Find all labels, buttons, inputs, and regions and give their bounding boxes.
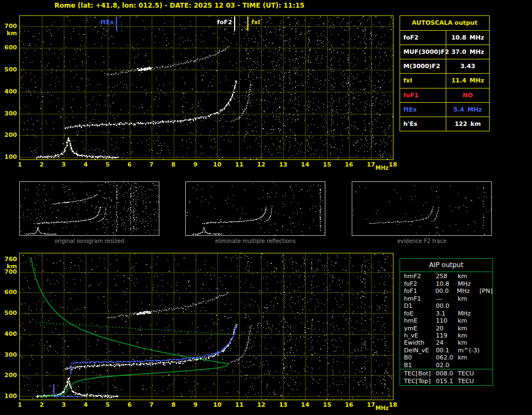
autoscala-value-number: 3.43 <box>460 63 475 70</box>
aip-param-value: 015.1 <box>436 378 458 385</box>
thumbnail-caption-cleaned: eliminate multiple reflections <box>185 238 325 244</box>
aip-param-unit: MHz <box>457 287 479 295</box>
aip-param-value: 00.1 <box>436 347 458 354</box>
aip-output-table: AIP output hmF2258kmfoF210.8MHzfoF100.0M… <box>400 258 493 386</box>
station-title: Rome (lat: +41.8, lon: 012.5) - DATE: 20… <box>54 2 304 9</box>
x-axis-label-2: 2 <box>36 402 47 408</box>
autoscala-row-muf-3000-f2: MUF(3000)F237.0MHz <box>400 45 489 59</box>
aip-param-unit: km <box>458 317 481 324</box>
y-axis-label-600: 600 <box>3 289 17 296</box>
thumbnail-f2-trace <box>352 181 492 236</box>
thumbnail-cleaned-canvas <box>186 182 325 235</box>
y-axis-label-700: 700 <box>3 269 17 275</box>
autoscala-value-unit: km <box>470 120 481 128</box>
autoscala-value-fof2: 10.8MHz <box>446 31 489 45</box>
autoscala-table-title: AUTOSCALA output <box>400 16 489 31</box>
y-axis-label-300: 300 <box>3 110 17 117</box>
y-axis-label-100: 100 <box>3 393 17 400</box>
autoscala-value-muf-3000-f2: 37.0MHz <box>446 45 489 59</box>
aip-param-name: B0 <box>404 354 436 361</box>
aip-param-name: foF2 <box>404 280 436 287</box>
y-axis-label-500: 500 <box>3 310 17 317</box>
aip-param-value: 02.0 <box>436 362 458 369</box>
x-axis-label-1: 1 <box>14 162 25 168</box>
aip-param-name: ymE <box>404 325 436 332</box>
aip-row-hmf1: hmF1---km <box>404 295 492 302</box>
y-axis-label-400: 400 <box>3 331 17 337</box>
autoscala-value-fof1: NO <box>446 88 489 102</box>
aip-row-ewidth: Ewidth24km <box>404 339 492 346</box>
autoscala-row-fxi: fxI11.4MHz <box>400 74 489 88</box>
autoscala-param-ftes: ftEs <box>400 103 446 117</box>
autoscala-row-fof1: foF1NO <box>400 88 489 103</box>
aip-param-value: 110 <box>436 317 458 324</box>
x-axis-label-12: 12 <box>256 162 267 168</box>
aip-param-name: DelN_vE <box>404 347 436 354</box>
x-axis-label-4: 4 <box>80 402 91 408</box>
aip-row-yme: ymE20km <box>404 324 492 331</box>
x-axis-label-15: 15 <box>322 162 332 168</box>
thumbnail-cleaned-ionogram <box>185 181 325 236</box>
x-axis-label-8: 8 <box>168 162 179 168</box>
x-axis-label-4: 4 <box>80 162 91 168</box>
x-axis-label-14: 14 <box>300 402 311 408</box>
autoscala-param-muf-3000-f2: MUF(3000)F2 <box>400 45 446 59</box>
aip-param-value: 00.0 <box>436 302 458 309</box>
thumbnail-original-canvas <box>20 182 159 235</box>
aip-table-title: AIP output <box>400 259 492 272</box>
aip-param-name: foF1 <box>404 287 435 295</box>
x-axis-label-6: 6 <box>124 402 135 408</box>
aip-row-foe: foE3.1MHz <box>404 309 492 317</box>
aip-param-name: foE <box>404 310 436 317</box>
autoscala-value-number: 10.8 <box>451 34 466 41</box>
x-axis-label-2: 2 <box>36 162 47 168</box>
x-axis-label-16: 16 <box>343 402 354 408</box>
aip-param-value: 10.8 <box>436 280 458 287</box>
autoscala-row-h-es: h'Es122km <box>400 117 489 131</box>
x-axis-label-10: 10 <box>212 162 223 168</box>
y-axis-label-400: 400 <box>3 88 17 95</box>
aip-param-name: Ewidth <box>404 339 436 346</box>
aip-row-hmf2: hmF2258km <box>404 273 492 280</box>
aip-table-rows: hmF2258kmfoF210.8MHzfoF100.0MHz[PN]hmF1-… <box>400 272 492 369</box>
aip-tec-row-tec-bot: TEC[Bot]008.0TECU <box>404 369 492 378</box>
x-axis-label-11: 11 <box>234 162 245 168</box>
aip-param-name: hmF1 <box>404 295 436 302</box>
x-axis-label-9: 9 <box>190 402 201 408</box>
aip-row-deln-ve: DelN_vE00.1m^(-3) <box>404 347 492 354</box>
bottom-ionogram-plot <box>19 253 394 400</box>
autoscala-row-ftes: ftEs5.4MHz <box>400 103 489 117</box>
aip-param-name: TEC[Top] <box>404 378 436 385</box>
aip-param-value: 008.0 <box>436 370 458 377</box>
autoscala-table-rows: foF210.8MHzMUF(3000)F237.0MHzM(3000)F23.… <box>400 31 489 131</box>
aip-param-unit: km <box>458 339 481 346</box>
x-axis-label-7: 7 <box>146 162 157 168</box>
autoscala-value-unit: MHz <box>469 34 484 41</box>
x-axis-label-3: 3 <box>58 162 69 168</box>
aip-param-value: 3.1 <box>436 310 458 317</box>
bottom-ionogram-canvas <box>20 253 393 400</box>
aip-param-unit: km <box>458 354 481 361</box>
aip-param-value: 062.0 <box>436 354 458 361</box>
aip-param-name: hmF2 <box>404 273 436 280</box>
aip-tec-rows: TEC[Bot]008.0TECUTEC[Top]015.1TECU <box>400 369 492 385</box>
y-axis-label-500: 500 <box>3 67 17 73</box>
aip-param-value: 20 <box>436 325 458 332</box>
x-axis-label-3: 3 <box>58 402 69 408</box>
aip-param-value: 258 <box>436 273 458 280</box>
thumbnail-original-ionogram <box>19 181 159 236</box>
aip-param-name: D1 <box>404 302 436 309</box>
aip-row-h-ve: h_vE119km <box>404 332 492 339</box>
x-axis-label-15: 15 <box>322 402 332 408</box>
y-axis-unit-km: km <box>3 30 17 37</box>
autoscala-row-fof2: foF210.8MHz <box>400 31 489 45</box>
x-axis-label-1: 1 <box>14 402 25 408</box>
autoscala-value-ftes: 5.4MHz <box>446 103 489 117</box>
y-axis-label-200: 200 <box>3 132 17 139</box>
y-axis-label-100: 100 <box>3 154 17 161</box>
autoscala-param-fxi: fxI <box>400 74 446 87</box>
x-axis-label-10: 10 <box>212 402 223 408</box>
autoscala-value-unit: MHz <box>467 106 482 113</box>
aip-param-unit: TECU <box>458 370 481 377</box>
autoscala-value-number: 11.4 <box>451 77 466 84</box>
